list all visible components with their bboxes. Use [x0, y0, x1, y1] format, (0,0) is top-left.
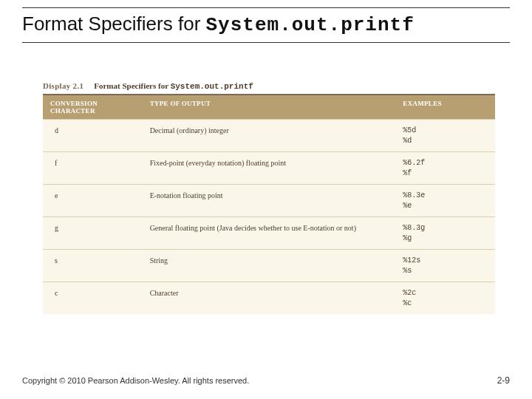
table-row: e E-notation floating point %8.3e %e [43, 185, 495, 217]
cell-char: s [43, 250, 143, 282]
header-examples: EXAMPLES [395, 95, 495, 120]
under-rule [22, 42, 510, 43]
page-number: 2-9 [497, 375, 510, 386]
display-label: Display 2.1 [43, 81, 83, 90]
cell-type: General floating point (Java decides whe… [143, 217, 396, 250]
top-rule [22, 7, 510, 8]
cell-examples: %12s %s [395, 250, 495, 282]
cell-examples: %2c %c [395, 282, 495, 315]
cell-type: Character [143, 282, 396, 315]
header-type: TYPE OF OUTPUT [143, 95, 396, 120]
caption-bar: Display 2.1 Format Specifiers for System… [43, 81, 495, 91]
cell-char: d [43, 120, 143, 152]
cell-examples: %8.3g %g [395, 217, 495, 250]
table-row: c Character %2c %c [43, 282, 495, 315]
title-prefix: Format Specifiers for [22, 13, 206, 35]
cell-char: f [43, 152, 143, 185]
cell-type: E-notation floating point [143, 185, 396, 217]
table-header-row: CONVERSION CHARACTER TYPE OF OUTPUT EXAM… [43, 95, 495, 120]
table-row: f Fixed-point (everyday notation) floati… [43, 152, 495, 185]
title-mono: System.out.printf [206, 14, 415, 36]
table-row: d Decimal (ordinary) integer %5d %d [43, 120, 495, 152]
cell-char: g [43, 217, 143, 250]
slide: Format Specifiers for System.out.printf … [0, 0, 532, 399]
cell-char: c [43, 282, 143, 315]
specifiers-table: CONVERSION CHARACTER TYPE OF OUTPUT EXAM… [43, 95, 495, 314]
cell-char: e [43, 185, 143, 217]
cell-type: String [143, 250, 396, 282]
table-row: s String %12s %s [43, 250, 495, 282]
caption-prefix: Format Specifiers for [94, 81, 170, 90]
cell-type: Decimal (ordinary) integer [143, 120, 396, 152]
header-conversion-l1: CONVERSION [50, 100, 98, 107]
cell-examples: %8.3e %e [395, 185, 495, 217]
figure: Display 2.1 Format Specifiers for System… [43, 81, 495, 314]
header-conversion: CONVERSION CHARACTER [43, 95, 143, 120]
table-row: g General floating point (Java decides w… [43, 217, 495, 250]
cell-examples: %5d %d [395, 120, 495, 152]
page-title: Format Specifiers for System.out.printf [22, 13, 510, 42]
cell-type: Fixed-point (everyday notation) floating… [143, 152, 396, 185]
footer: Copyright © 2010 Pearson Addison-Wesley.… [22, 375, 510, 386]
display-caption: Format Specifiers for System.out.printf [94, 81, 253, 91]
header-conversion-l2: CHARACTER [50, 107, 95, 115]
caption-mono: System.out.printf [171, 82, 253, 91]
copyright: Copyright © 2010 Pearson Addison-Wesley.… [22, 376, 249, 385]
cell-examples: %6.2f %f [395, 152, 495, 185]
